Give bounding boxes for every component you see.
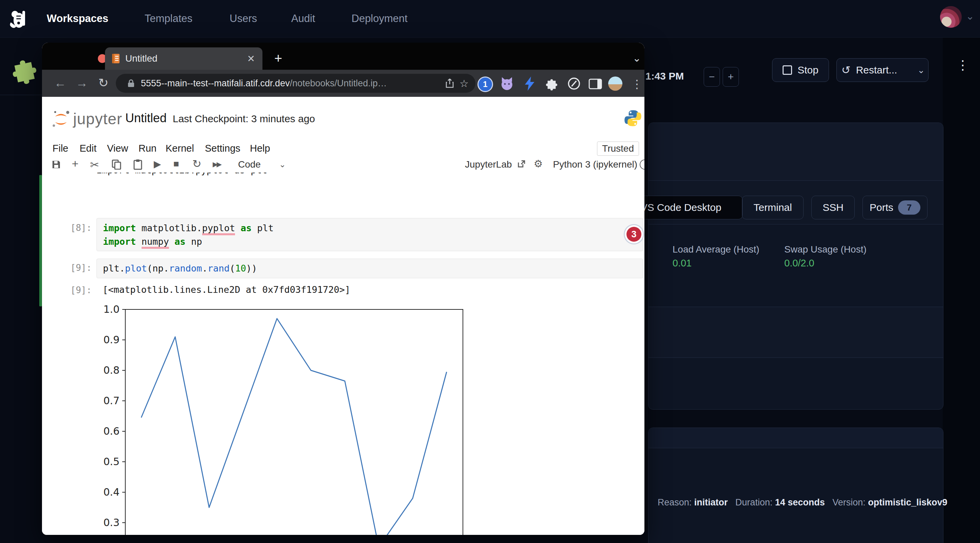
- trusted-button[interactable]: Trusted: [597, 141, 639, 156]
- swap-usage-value: 0.0/2.0: [784, 257, 815, 269]
- user-avatar[interactable]: [940, 6, 962, 28]
- zoom-in-button[interactable]: +: [723, 67, 739, 87]
- menu-settings[interactable]: Settings: [205, 143, 240, 154]
- notification-badge[interactable]: 3: [627, 227, 641, 242]
- back-button[interactable]: ←: [54, 76, 66, 90]
- load-average-label: Load Average (Host): [673, 244, 759, 255]
- cell-type-select[interactable]: Code: [238, 159, 261, 170]
- build-meta-line: Reason: initiator Duration: 14 seconds V…: [658, 497, 947, 508]
- cell9-input[interactable]: plt.plot(np.random.rand(10)): [97, 259, 643, 278]
- terminal-label: Terminal: [754, 202, 792, 213]
- side-panel-icon[interactable]: [589, 79, 602, 89]
- jupyter-toolbar: + ✂ ▶ ■ ↻ ▶▶ Code ⌄ JupyterLab ⚙ Python …: [42, 156, 644, 173]
- ports-label: Ports: [870, 202, 893, 213]
- url-path: /notebooks/Untitled.ip…: [290, 78, 387, 88]
- url-host: 5555--main--test--matifali.atif.cdr.dev: [141, 78, 290, 88]
- cell-type-chevron-icon[interactable]: ⌄: [279, 160, 286, 169]
- bookmark-star-icon[interactable]: ☆: [460, 78, 469, 89]
- menu-help[interactable]: Help: [250, 143, 270, 154]
- jupyterlab-link[interactable]: JupyterLab: [465, 159, 512, 170]
- forward-button[interactable]: →: [76, 76, 88, 90]
- build-history-panel: Reason: initiator Duration: 14 seconds V…: [648, 427, 943, 543]
- svg-text:0.8: 0.8: [103, 364, 119, 376]
- menu-edit[interactable]: Edit: [80, 143, 97, 154]
- panel-section-top: [649, 123, 943, 181]
- lightning-extension-icon[interactable]: [523, 76, 536, 91]
- output9-text: [<matplotlib.lines.Line2D at 0x7fd03f191…: [103, 284, 350, 295]
- menu-kernel[interactable]: Kernel: [165, 143, 194, 154]
- restart-kernel-icon[interactable]: ↻: [192, 157, 202, 170]
- restart-label: Restart...: [856, 64, 897, 76]
- cut-cell-icon[interactable]: ✂: [90, 159, 99, 171]
- browser-toolbar: ← → ↻ 5555--main--test--matifali.atif.cd…: [42, 70, 644, 97]
- grammar-extension-icon[interactable]: [567, 76, 581, 91]
- restart-icon: ↺: [842, 64, 851, 76]
- tab-search-chevron-icon[interactable]: ⌄: [633, 52, 641, 64]
- external-link-icon[interactable]: [517, 160, 525, 168]
- paste-cell-icon[interactable]: [134, 159, 142, 170]
- run-cell-icon[interactable]: ▶: [154, 159, 161, 170]
- stop-label: Stop: [797, 64, 818, 76]
- nav-item-workspaces[interactable]: Workspaces: [47, 0, 108, 37]
- nav-item-users[interactable]: Users: [229, 0, 257, 37]
- svg-text:0.9: 0.9: [103, 334, 119, 346]
- ssh-label: SSH: [822, 202, 843, 213]
- browser-tab-untitled[interactable]: Untitled ✕: [105, 48, 262, 70]
- load-average-value: 0.01: [673, 257, 692, 269]
- reload-button[interactable]: ↻: [98, 76, 108, 90]
- menu-view[interactable]: View: [107, 143, 128, 154]
- menu-file[interactable]: File: [52, 143, 68, 154]
- puzzle-extension-icon[interactable]: [10, 54, 38, 85]
- share-icon[interactable]: [445, 78, 454, 88]
- save-icon[interactable]: [51, 160, 61, 169]
- terminal-button[interactable]: Terminal: [742, 196, 803, 219]
- new-tab-button[interactable]: +: [274, 51, 282, 65]
- tab-close-icon[interactable]: ✕: [247, 53, 255, 64]
- add-cell-icon[interactable]: +: [72, 157, 79, 170]
- interrupt-kernel-icon[interactable]: ■: [173, 159, 179, 169]
- copy-cell-icon[interactable]: [112, 159, 121, 170]
- restart-options-chevron-icon[interactable]: ⌄: [913, 65, 929, 76]
- panel-section-extra: [649, 307, 943, 357]
- jupyter-header: jupyter Untitled Last Checkpoint: 3 minu…: [42, 97, 644, 142]
- notebook-title[interactable]: Untitled: [125, 111, 167, 125]
- workspace-status-green-bar: [39, 175, 42, 306]
- address-bar[interactable]: 5555--main--test--matifali.atif.cdr.dev/…: [116, 74, 476, 93]
- debugger-icon[interactable]: ⚙: [534, 158, 543, 170]
- stop-workspace-button[interactable]: Stop: [772, 58, 829, 82]
- panel-divider: [649, 224, 943, 224]
- kernel-name[interactable]: Python 3 (ipykernel): [553, 159, 637, 170]
- user-menu-chevron-icon[interactable]: ⌄: [966, 10, 974, 22]
- cell8-input[interactable]: import matplotlib.pyplot as plt import n…: [97, 218, 643, 251]
- zoom-out-button[interactable]: −: [704, 67, 720, 87]
- password-manager-extension-icon[interactable]: 1: [477, 76, 493, 92]
- panel-divider: [649, 357, 943, 358]
- duration-label: Duration:: [735, 497, 773, 508]
- menu-run[interactable]: Run: [138, 143, 156, 154]
- browser-profile-avatar[interactable]: [608, 76, 622, 91]
- screen: Workspaces Templates Users Audit Deploym…: [0, 0, 980, 543]
- vscode-desktop-label: VS Code Desktop: [641, 202, 721, 213]
- nav-item-audit[interactable]: Audit: [291, 0, 315, 37]
- cat-extension-icon[interactable]: [500, 76, 514, 91]
- jupyter-logo: [51, 109, 71, 129]
- build-panel-header: [649, 428, 943, 448]
- extensions-puzzle-icon[interactable]: [544, 76, 559, 91]
- svg-text:0.5: 0.5: [103, 456, 119, 467]
- ports-button[interactable]: Ports 7: [862, 196, 928, 219]
- restart-run-all-icon[interactable]: ▶▶: [213, 160, 220, 168]
- python-logo: [624, 109, 642, 127]
- nav-item-deployment[interactable]: Deployment: [352, 0, 407, 37]
- tab-title: Untitled: [125, 53, 158, 64]
- restart-workspace-button[interactable]: ↺ Restart... ⌄: [837, 58, 929, 82]
- browser-kebab-menu[interactable]: ⋮: [631, 77, 643, 91]
- coder-logo-icon[interactable]: [8, 8, 29, 30]
- duration-value: 14 seconds: [775, 497, 825, 508]
- lock-icon: [127, 79, 135, 88]
- nav-item-templates[interactable]: Templates: [145, 0, 192, 37]
- svg-text:0.4: 0.4: [103, 486, 119, 498]
- workspace-kebab-menu[interactable]: ⋮: [956, 57, 969, 73]
- ssh-button[interactable]: SSH: [811, 196, 855, 219]
- jupyter-menu-bar: File Edit View Run Kernel Settings Help …: [42, 141, 644, 157]
- svg-text:0.6: 0.6: [103, 425, 119, 437]
